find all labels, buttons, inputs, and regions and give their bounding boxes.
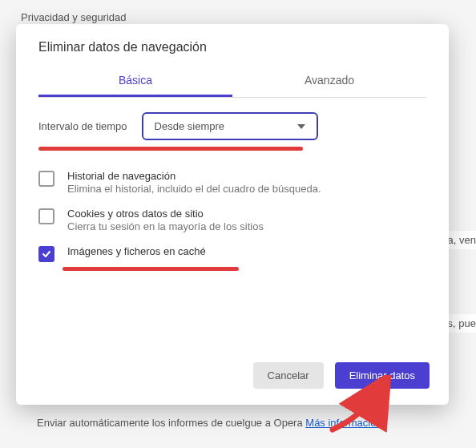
dialog-footer: Cancelar Eliminar datos	[16, 353, 449, 405]
option-cookies-sub: Cierra tu sesión en la mayoría de los si…	[67, 220, 264, 232]
tab-basic[interactable]: Básica	[38, 66, 232, 97]
crash-report-label: Enviar automáticamente los informes de c…	[37, 417, 303, 429]
dialog-body: Intervalo de tiempo Desde siempre Histor…	[16, 98, 449, 353]
more-info-link[interactable]: Más información	[305, 417, 381, 429]
option-history-sub: Elimina el historial, incluido el del cu…	[67, 183, 321, 195]
chevron-down-icon	[297, 124, 305, 129]
time-range-select[interactable]: Desde siempre	[142, 112, 318, 140]
tab-advanced[interactable]: Avanzado	[232, 66, 426, 97]
checkbox-history[interactable]	[38, 171, 54, 187]
tab-bar: Básica Avanzado	[38, 66, 426, 98]
annotation-underline	[63, 267, 239, 271]
crash-report-row: Enviar automáticamente los informes de c…	[37, 417, 382, 429]
clear-browsing-data-dialog: Eliminar datos de navegación Básica Avan…	[16, 24, 449, 405]
option-cookies[interactable]: Cookies y otros datos de sitio Cierra tu…	[38, 201, 426, 239]
clear-data-button[interactable]: Eliminar datos	[335, 362, 430, 389]
dialog-title: Eliminar datos de navegación	[16, 24, 449, 66]
option-cookies-title: Cookies y otros datos de sitio	[67, 208, 264, 220]
checkbox-cache[interactable]	[38, 246, 54, 262]
annotation-underline	[38, 147, 303, 151]
option-cache[interactable]: Imágenes y ficheros en caché	[38, 239, 426, 268]
time-range-label: Intervalo de tiempo	[38, 120, 127, 132]
option-cache-title: Imágenes y ficheros en caché	[67, 245, 206, 257]
option-history[interactable]: Historial de navegación Elimina el histo…	[38, 163, 426, 201]
cancel-button[interactable]: Cancelar	[253, 362, 324, 389]
checkbox-cookies[interactable]	[38, 208, 54, 224]
section-heading: Privacidad y seguridad	[21, 11, 455, 23]
option-history-title: Historial de navegación	[67, 170, 321, 182]
time-range-value: Desde siempre	[155, 120, 224, 132]
